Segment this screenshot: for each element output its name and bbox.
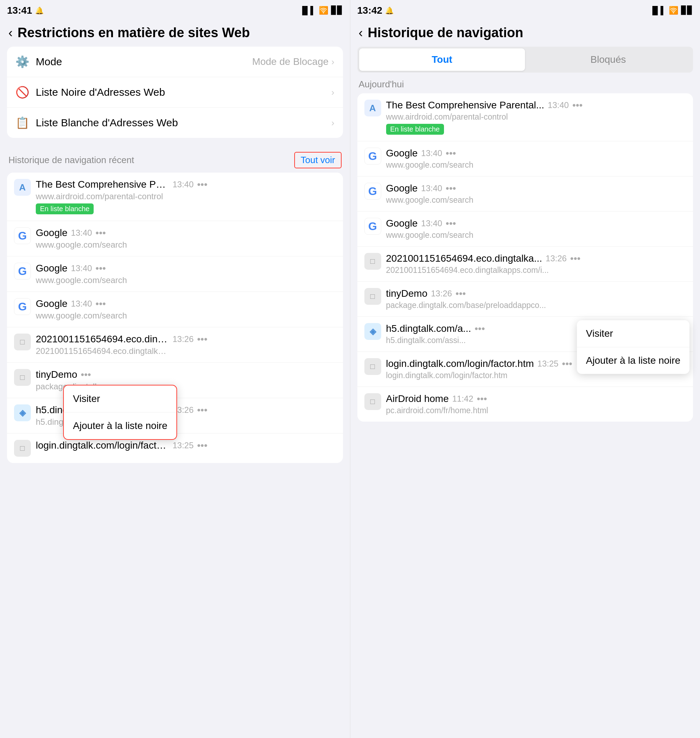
left-more-btn-0[interactable]: ••• — [194, 179, 207, 190]
left-more-btn-3[interactable]: ••• — [92, 298, 106, 309]
right-history-item-1[interactable]: G Google 13:40 ••• www.google.com/search — [357, 141, 693, 176]
left-history-title-1: Google — [36, 227, 67, 238]
left-context-menu-visit[interactable]: Visiter — [64, 385, 176, 413]
right-status-bar: 13:42 🔔 ▐▌▌ 🛜 ▊▊ — [350, 0, 700, 19]
left-history-time-0: 13:40 — [172, 179, 194, 190]
blacklist-chevron: › — [331, 87, 335, 98]
right-more-btn-1[interactable]: ••• — [442, 148, 456, 159]
right-history-time-3: 13:40 — [421, 219, 442, 228]
left-history-title-2: Google — [36, 263, 67, 274]
right-history-title-7: login.dingtalk.com/login/factor.htm — [386, 358, 534, 369]
left-history-meta-1: Google 13:40 ••• — [36, 227, 336, 238]
left-history-item-4[interactable]: □ 2021001151654694.eco.dingtalka... 13:2… — [7, 327, 343, 363]
left-history-item-0[interactable]: A The Best Comprehensive Parental... 13:… — [7, 173, 343, 221]
right-history-info-1: Google 13:40 ••• www.google.com/search — [386, 148, 686, 170]
right-wifi-icon: 🛜 — [669, 6, 678, 15]
settings-row-mode[interactable]: ⚙️ Mode Mode de Blocage › — [7, 47, 343, 77]
right-more-btn-3[interactable]: ••• — [442, 218, 456, 229]
right-history-info-8: AirDroid home 11:42 ••• pc.airdroid.com/… — [386, 393, 686, 415]
left-battery-icon: ▊▊ — [331, 6, 343, 15]
right-history-url-0: www.airdroid.com/parental-control — [386, 112, 569, 122]
right-meta-0: The Best Comprehensive Parental... 13:40… — [386, 100, 686, 111]
left-wifi-icon: 🛜 — [319, 6, 328, 15]
right-back-button[interactable]: ‹ — [359, 26, 363, 40]
right-more-btn-4[interactable]: ••• — [567, 253, 581, 264]
left-history-info-3: Google 13:40 ••• www.google.com/search — [36, 298, 336, 320]
tab-bloques[interactable]: Bloqués — [525, 49, 691, 71]
right-more-btn-7[interactable]: ••• — [558, 358, 572, 369]
mode-label: Mode — [36, 56, 252, 68]
right-signal-icon: ▐▌▌ — [650, 6, 666, 15]
whitelist-label: Liste Blanche d'Adresses Web — [36, 117, 331, 129]
settings-row-whitelist[interactable]: 📋 Liste Blanche d'Adresses Web › — [7, 108, 343, 138]
right-history-time-5: 13:26 — [431, 289, 452, 298]
right-history-title-4: 2021001151654694.eco.dingtalka... — [386, 253, 542, 264]
right-panel: 13:42 🔔 ▐▌▌ 🛜 ▊▊ ‹ Historique de navigat… — [350, 0, 700, 738]
right-history-url-4: 2021001151654694.eco.dingtalkapps.com/i.… — [386, 266, 569, 275]
right-meta-8: AirDroid home 11:42 ••• — [386, 393, 686, 404]
left-history-meta-4: 2021001151654694.eco.dingtalka... 13:26 … — [36, 334, 336, 345]
left-status-bar: 13:41 🔔 ▐▌▌ 🛜 ▊▊ — [0, 0, 350, 19]
right-status-icons: ▐▌▌ 🛜 ▊▊ — [650, 6, 693, 15]
right-more-btn-2[interactable]: ••• — [442, 183, 456, 194]
left-history-meta-0: The Best Comprehensive Parental... 13:40… — [36, 179, 336, 190]
right-page-title: Historique de navigation — [368, 25, 523, 40]
right-history-time-7: 13:25 — [537, 359, 558, 369]
left-history-info-2: Google 13:40 ••• www.google.com/search — [36, 263, 336, 285]
left-history-time-1: 13:40 — [71, 228, 92, 238]
left-history-see-all-link[interactable]: Tout voir — [294, 152, 341, 168]
right-context-menu-visit[interactable]: Visiter — [577, 320, 690, 347]
right-site-icon-5: □ — [365, 288, 381, 305]
left-site-icon-7: □ — [14, 440, 31, 457]
left-more-btn-2[interactable]: ••• — [92, 263, 106, 274]
left-more-btn-4[interactable]: ••• — [194, 334, 207, 345]
right-history-card: A The Best Comprehensive Parental... 13:… — [357, 93, 693, 422]
tab-tout[interactable]: Tout — [359, 49, 525, 71]
left-history-item-5[interactable]: □ tinyDemo ••• package.dingtalk.co Visit… — [7, 363, 343, 398]
right-meta-1: Google 13:40 ••• — [386, 148, 686, 159]
left-site-icon-6: ◈ — [14, 404, 31, 421]
left-site-icon-3: G — [14, 298, 31, 315]
right-history-item-2[interactable]: G Google 13:40 ••• www.google.com/search — [357, 176, 693, 212]
right-more-btn-5[interactable]: ••• — [452, 288, 466, 299]
mode-icon: ⚙️ — [15, 55, 29, 68]
right-history-info-3: Google 13:40 ••• www.google.com/search — [386, 218, 686, 240]
right-history-item-8[interactable]: □ AirDroid home 11:42 ••• pc.airdroid.co… — [357, 387, 693, 422]
right-history-item-3[interactable]: G Google 13:40 ••• www.google.com/search — [357, 212, 693, 247]
right-history-item-6[interactable]: ◈ h5.dingtalk.com/a... ••• h5.dingtalk.c… — [357, 317, 693, 352]
left-history-item-3[interactable]: G Google 13:40 ••• www.google.com/search — [7, 292, 343, 327]
left-history-meta-5: tinyDemo ••• — [36, 369, 336, 380]
right-more-btn-8[interactable]: ••• — [474, 393, 487, 404]
right-history-item-5[interactable]: □ tinyDemo 13:26 ••• package.dingtalk.co… — [357, 282, 693, 317]
left-history-info-0: The Best Comprehensive Parental... 13:40… — [36, 179, 336, 214]
left-back-button[interactable]: ‹ — [9, 26, 13, 40]
left-site-icon-0: A — [14, 179, 31, 196]
right-more-btn-0[interactable]: ••• — [569, 100, 582, 111]
right-meta-5: tinyDemo 13:26 ••• — [386, 288, 686, 299]
right-history-title-6: h5.dingtalk.com/a... — [386, 323, 471, 334]
right-context-menu-blacklist[interactable]: Ajouter à la liste noire — [577, 347, 690, 374]
left-more-btn-7[interactable]: ••• — [194, 440, 207, 451]
left-more-btn-5[interactable]: ••• — [77, 369, 91, 380]
right-site-icon-8: □ — [365, 393, 381, 410]
mode-chevron: › — [331, 56, 335, 68]
left-history-info-1: Google 13:40 ••• www.google.com/search — [36, 227, 336, 250]
settings-row-blacklist[interactable]: 🚫 Liste Noire d'Adresses Web › — [7, 77, 343, 108]
left-history-item-1[interactable]: G Google 13:40 ••• www.google.com/search — [7, 221, 343, 256]
left-history-item-2[interactable]: G Google 13:40 ••• www.google.com/search — [7, 256, 343, 292]
left-more-btn-1[interactable]: ••• — [92, 227, 106, 238]
right-history-time-1: 13:40 — [421, 148, 442, 158]
left-history-title-5: tinyDemo — [36, 369, 77, 380]
right-more-btn-6[interactable]: ••• — [471, 323, 485, 334]
left-more-btn-6[interactable]: ••• — [194, 404, 207, 416]
right-badge-0: En liste blanche — [386, 124, 444, 135]
right-page-header: ‹ Historique de navigation — [350, 19, 700, 47]
left-context-menu-blacklist[interactable]: Ajouter à la liste noire — [64, 413, 176, 439]
right-history-item-0[interactable]: A The Best Comprehensive Parental... 13:… — [357, 93, 693, 141]
whitelist-chevron: › — [331, 118, 335, 128]
right-date-label: Aujourd'hui — [350, 79, 700, 93]
right-site-icon-0: A — [365, 100, 381, 116]
right-history-item-4[interactable]: □ 2021001151654694.eco.dingtalka... 13:2… — [357, 247, 693, 282]
left-status-icons: ▐▌▌ 🛜 ▊▊ — [300, 6, 343, 15]
right-site-icon-6: ◈ — [365, 323, 381, 340]
